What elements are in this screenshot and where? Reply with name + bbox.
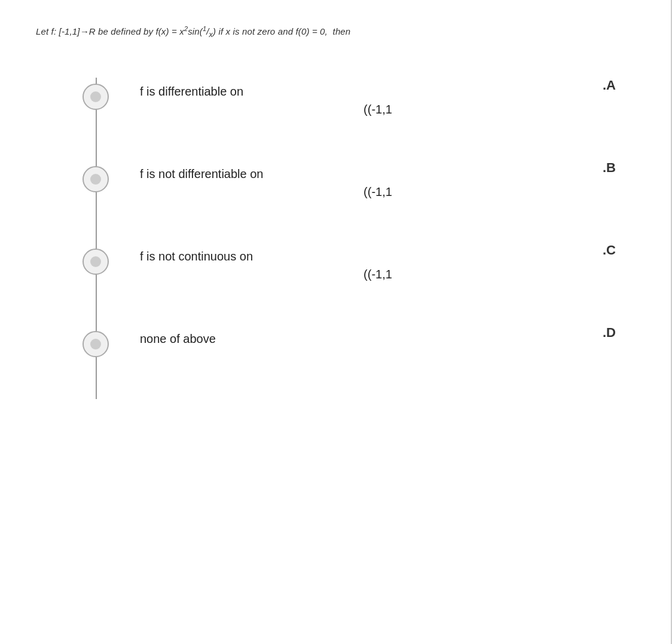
option-label-b: .B [603,160,616,176]
option-content-b: f is not differentiable on ((-1,1 [140,160,616,201]
question-text: Let f: [-1,1]→R be defined by f(x) = x2s… [36,24,636,41]
option-a-line1: f is differentiable on [140,85,243,98]
option-row-d: none of above .D [78,325,616,357]
option-b-line2: ((-1,1 [140,183,616,201]
option-label-c: .C [603,243,616,258]
option-content-d: none of above [140,325,616,348]
options-container: f is differentiable on ((-1,1 .A f is no… [78,78,616,399]
radio-button-c[interactable] [83,249,109,275]
option-d-line1: none of above [140,332,216,345]
then-word: then [333,26,351,36]
option-label-a: .A [603,78,616,93]
radio-button-a[interactable] [83,84,109,110]
option-a-line2: ((-1,1 [140,100,616,118]
option-row-b: f is not differentiable on ((-1,1 .B [78,160,616,201]
option-c-line2: ((-1,1 [140,265,616,283]
radio-button-b[interactable] [83,166,109,192]
radio-button-d[interactable] [83,331,109,357]
option-row-c: f is not continuous on ((-1,1 .C [78,243,616,283]
option-c-line1: f is not continuous on [140,250,253,263]
option-row-a: f is differentiable on ((-1,1 .A [78,78,616,118]
option-content-c: f is not continuous on ((-1,1 [140,243,616,283]
option-b-line1: f is not differentiable on [140,167,263,180]
option-content-a: f is differentiable on ((-1,1 [140,78,616,118]
option-label-d: .D [603,325,616,341]
